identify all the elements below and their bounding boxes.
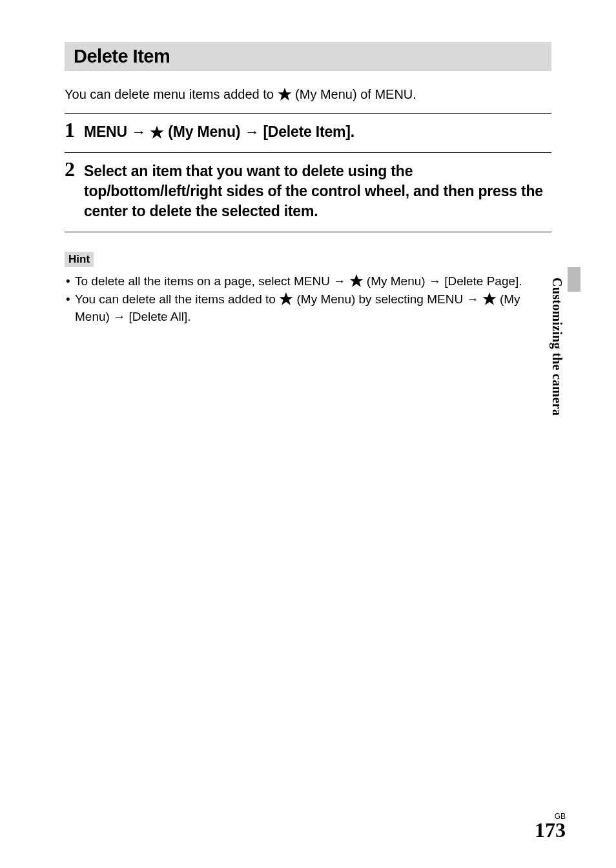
footer-page-number: 173 [535, 818, 566, 842]
hint1-part1: To delete all the items on a page, selec… [75, 274, 349, 288]
divider [65, 152, 551, 153]
side-tab: Customizing the camera [549, 278, 568, 484]
step-text: MENU → (My Menu) → [Delete Item]. [84, 119, 354, 142]
step-2: 2 Select an item that you want to delete… [65, 157, 551, 228]
side-section-label: Customizing the camera [549, 278, 564, 416]
hint2-part1: You can delete all the items added to [75, 292, 279, 306]
step-1: 1 MENU → (My Menu) → [Delete Item]. [65, 117, 551, 148]
step-number: 1 [65, 119, 77, 141]
hint-item: To delete all the items on a page, selec… [66, 272, 551, 290]
section-title: Delete Item [74, 46, 542, 67]
divider [65, 113, 551, 114]
intro-paragraph: You can delete menu items added to (My M… [65, 85, 551, 104]
step1-after: (My Menu) → [Delete Item]. [164, 123, 354, 140]
star-icon [482, 292, 497, 306]
hint2-part2: (My Menu) by selecting MENU → [293, 292, 482, 306]
side-tab-marker [568, 267, 580, 292]
step-text: Select an item that you want to delete u… [84, 158, 551, 221]
star-icon [150, 125, 164, 139]
svg-marker-2 [349, 274, 363, 287]
star-icon [278, 87, 292, 101]
star-icon [279, 292, 293, 306]
step-number: 2 [65, 158, 77, 181]
intro-text-after: (My Menu) of MENU. [292, 87, 416, 101]
svg-marker-4 [482, 292, 496, 305]
star-icon [349, 274, 364, 288]
svg-marker-3 [280, 292, 293, 305]
step1-before: MENU → [84, 123, 150, 140]
hint1-part2: (My Menu) → [Delete Page]. [364, 274, 522, 288]
divider [65, 232, 551, 232]
hint-list: To delete all the items on a page, selec… [65, 272, 551, 326]
intro-text-before: You can delete menu items added to [65, 87, 278, 101]
section-title-bar: Delete Item [65, 42, 551, 71]
hint-item: You can delete all the items added to (M… [66, 290, 551, 326]
svg-marker-1 [150, 126, 164, 139]
hint-label: Hint [65, 252, 94, 267]
page-footer: GB 173 [535, 812, 566, 842]
svg-marker-0 [278, 88, 291, 101]
